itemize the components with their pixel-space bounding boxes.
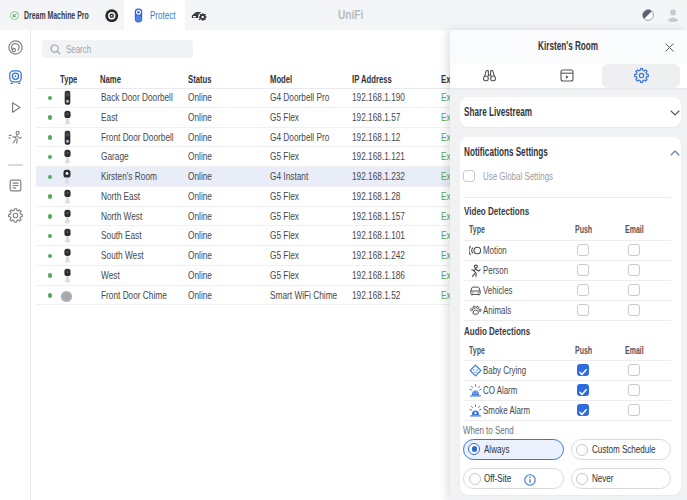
svg-text:CO: CO	[472, 390, 479, 395]
